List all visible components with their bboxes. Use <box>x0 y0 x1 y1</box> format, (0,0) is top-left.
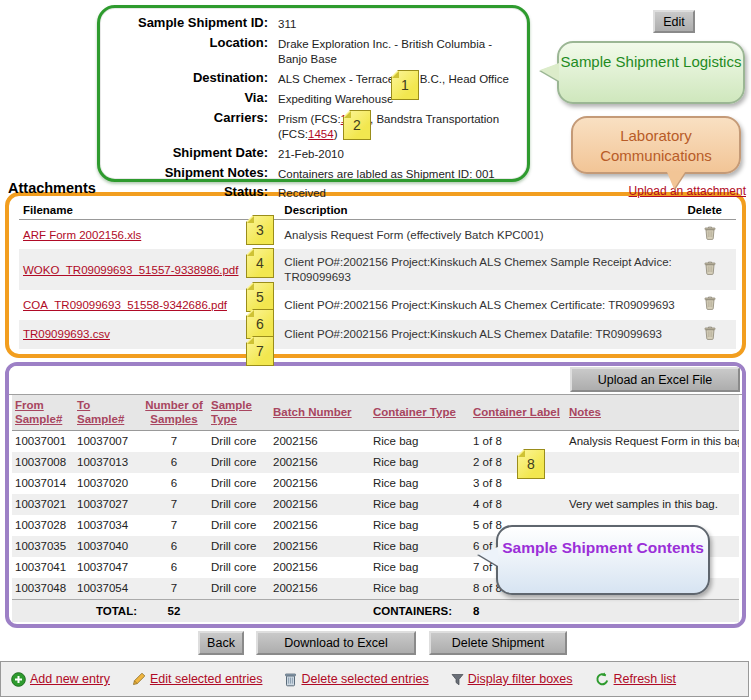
attachment-row: WOKO_TR09099693_51557-9338986.pdf Client… <box>19 249 736 290</box>
container-type-header[interactable]: Container Type <box>370 395 470 430</box>
refresh-list-link[interactable]: Refresh list <box>595 672 677 687</box>
shipment-date-label: Shipment Date: <box>100 143 268 162</box>
delete-selected-entries-link[interactable]: Delete selected entries <box>284 672 428 687</box>
upload-excel-button[interactable]: Upload an Excel File <box>570 367 740 392</box>
sample-cell <box>566 473 739 494</box>
shipment-notes-label: Shipment Notes: <box>100 163 268 182</box>
status-row: Status: Received <box>100 182 519 202</box>
trash-icon[interactable] <box>704 261 716 275</box>
trash-icon[interactable] <box>704 355 716 358</box>
sample-cell: 6 <box>140 473 208 494</box>
edit-button[interactable]: Edit <box>653 10 695 33</box>
sample-cell: Drill core <box>208 557 270 578</box>
display-filter-boxes-link[interactable]: Display filter boxes <box>451 672 573 686</box>
trash-icon[interactable] <box>704 326 716 340</box>
location-label: Location: <box>100 33 268 52</box>
filter-icon <box>451 673 464 686</box>
attachments-panel: Filename Description Delete ARF Form 200… <box>5 192 746 358</box>
refresh-icon <box>595 672 610 687</box>
add-new-entry-link[interactable]: Add new entry <box>11 672 110 687</box>
trash-icon[interactable] <box>704 226 716 240</box>
upload-attachment-link[interactable]: Upload an attachment <box>629 184 746 198</box>
location-value: Drake Exploration Inc. - British Columbi… <box>268 33 519 68</box>
carriers-row: Carriers: Prism (FCS:1437), Bandstra Tra… <box>100 108 519 143</box>
sample-cell: 7 <box>140 430 208 452</box>
sample-row: 10037008100370136Drill core2002156Rice b… <box>12 452 739 473</box>
logistics-callout: Sample Shipment Logistics <box>557 41 745 104</box>
back-button[interactable]: Back <box>198 631 244 655</box>
destination-row: Destination: ALS Chemex - Terrace Lab B.… <box>100 68 519 88</box>
sample-cell: Rice bag <box>370 430 470 452</box>
sample-cell: Rice bag <box>370 557 470 578</box>
number-of-samples-header[interactable]: Number of Samples <box>140 395 208 430</box>
sticky-note-2: 2 <box>343 110 371 140</box>
sample-cell: Drill core <box>208 430 270 452</box>
sample-type-header[interactable]: Sample Type <box>208 395 270 430</box>
sample-cell: 10037008 <box>12 452 74 473</box>
status-value: Received <box>268 182 519 202</box>
sample-cell: 2002156 <box>270 557 370 578</box>
shipment-id-label: Sample Shipment ID: <box>100 13 268 32</box>
list-actions-toolbar: Add new entry Edit selected entries Dele… <box>0 661 749 697</box>
sample-cell: 10037007 <box>74 430 140 452</box>
edit-selected-entries-link[interactable]: Edit selected entries <box>132 672 263 686</box>
sample-row: 10037021100370277Drill core2002156Rice b… <box>12 494 739 515</box>
to-sample-header[interactable]: To Sample# <box>74 395 140 430</box>
notes-header[interactable]: Notes <box>566 395 739 430</box>
shipment-notes-value: Containers are labled as Shipment ID: 00… <box>268 163 519 183</box>
destination-label: Destination: <box>100 68 268 87</box>
sticky-note-8: 8 <box>517 449 545 479</box>
delete-shipment-button[interactable]: Delete Shipment <box>429 631 567 655</box>
sample-cell: 10037014 <box>12 473 74 494</box>
sample-cell: 10037035 <box>12 536 74 557</box>
sample-cell: Rice bag <box>370 536 470 557</box>
sample-cell: Rice bag <box>370 452 470 473</box>
container-label-header[interactable]: Container Label <box>470 395 566 430</box>
attachment-file-link[interactable]: WOKO_TR09099693_51557-9338986.pdf <box>23 264 238 276</box>
carriers-text: (FCS: <box>278 128 308 140</box>
sample-cell: 6 <box>140 536 208 557</box>
sticky-note-4: 4 <box>246 248 274 278</box>
sticky-note-7: 7 <box>246 336 274 366</box>
attachment-file-link[interactable]: COA_TR09099693_51558-9342686.pdf <box>23 299 227 311</box>
containers-label: CONTAINERS: <box>370 599 470 622</box>
delete-header: Delete <box>683 202 736 220</box>
sample-cell: Analysis Request Form in this bag. <box>566 430 739 452</box>
sample-cell: 10037021 <box>12 494 74 515</box>
sample-cell: 2002156 <box>270 473 370 494</box>
sample-cell: Very wet samples in this bag. <box>566 494 739 515</box>
shipment-date-value: 21-Feb-2010 <box>268 143 519 163</box>
attachment-row: TR09099693.csv Client PO#:2002156 Projec… <box>19 320 736 349</box>
sample-row: 10037014100370206Drill core2002156Rice b… <box>12 473 739 494</box>
attachments-header-row: Filename Description Delete <box>19 202 736 220</box>
shipment-date-row: Shipment Date: 21-Feb-2010 <box>100 143 519 163</box>
sample-cell: 7 <box>140 515 208 536</box>
sample-cell: 7 <box>140 494 208 515</box>
sample-cell: 2002156 <box>270 515 370 536</box>
sticky-note-1: 1 <box>391 70 419 100</box>
download-to-excel-button[interactable]: Download to Excel <box>256 631 416 655</box>
sample-cell: 10037027 <box>74 494 140 515</box>
fcs-1454-link[interactable]: 1454 <box>308 128 334 140</box>
sample-cell: 2002156 <box>270 452 370 473</box>
attachment-file-link[interactable]: TR09099693.csv <box>23 328 110 340</box>
sample-cell: Drill core <box>208 494 270 515</box>
shipment-id-value: 311 <box>268 13 519 33</box>
attachment-file-link[interactable]: ALSChemex Demo Invoice.pdf <box>23 357 180 358</box>
sample-cell: Rice bag <box>370 494 470 515</box>
sticky-note-3: 3 <box>246 215 274 245</box>
sample-row: 10037001100370077Drill core2002156Rice b… <box>12 430 739 452</box>
contents-callout: Sample Shipment Contents <box>496 525 710 595</box>
batch-number-header[interactable]: Batch Number <box>270 395 370 430</box>
sample-cell: 1 of 8 <box>470 430 566 452</box>
from-sample-header[interactable]: From Sample# <box>12 395 74 430</box>
sample-cell: 6 <box>140 557 208 578</box>
sample-shipment-page: Sample Shipment ID: 311 Location: Drake … <box>0 0 751 700</box>
carriers-text: ) <box>334 128 338 140</box>
sample-cell: 10037054 <box>74 578 140 600</box>
description-header: Description <box>280 202 683 220</box>
attachment-description: Client PO#:2002156 Project:Kinskuch ALS … <box>280 249 683 290</box>
attachment-file-link[interactable]: ARF Form 2002156.xls <box>23 229 141 241</box>
attachment-row: ALSChemex Demo Invoice.pdf Analysis invo… <box>19 349 736 358</box>
trash-icon[interactable] <box>704 296 716 310</box>
